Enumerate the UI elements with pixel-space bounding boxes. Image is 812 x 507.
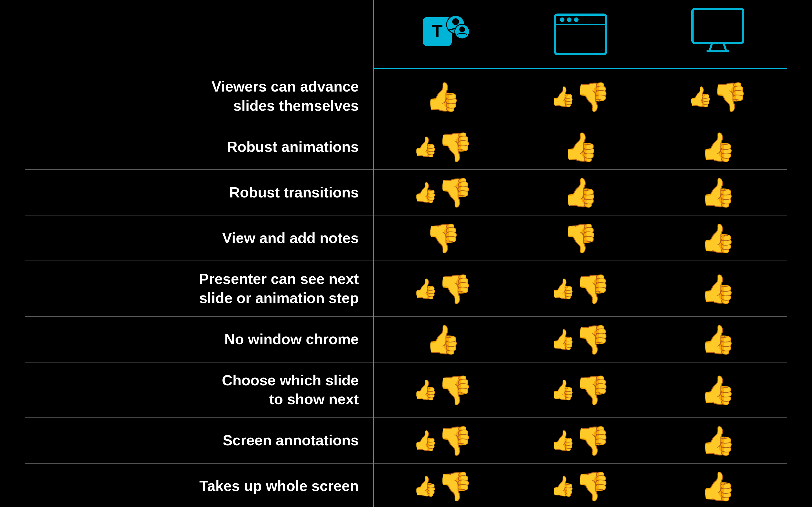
thumbs-up-icon: 👍 [425,325,461,353]
row-label: Robust transitions [26,170,373,215]
header-desktop [649,0,786,69]
mixed-icon: 👍👎 [551,427,610,455]
header-row: T [26,0,786,69]
table-row: Takes up whole screen 👍👎 👍👎 👍 [26,463,786,507]
mixed-icon: 👍👎 [551,275,610,303]
row-label: View and add notes [26,215,373,261]
browser-cell: 👍 [512,124,649,170]
table-body: Viewers can advanceslides themselves 👍 👍… [26,69,786,507]
mixed-icon: 👍👎 [551,82,610,111]
thumbs-up-icon: 👍 [425,82,461,111]
comparison-table-wrap: T [26,0,786,507]
thumbs-up-icon: 👍 [700,133,735,161]
row-label: Choose which slideto show next [26,362,373,418]
desktop-cell: 👍 [649,261,786,316]
thumbs-down-icon: 👎 [563,224,598,252]
row-label: Takes up whole screen [26,463,373,507]
comparison-table: T [26,0,786,507]
row-label: Robust animations [26,124,373,170]
teams-cell: 👍👎 [373,362,512,418]
header-browser [512,0,649,69]
teams-cell: 👍 [373,317,512,362]
thumbs-up-icon: 👍 [700,427,735,455]
browser-cell: 👍👎 [512,463,649,507]
mixed-icon: 👍👎 [688,82,748,111]
row-label: Screen annotations [26,418,373,463]
row-label: No window chrome [26,317,373,362]
thumbs-up-icon: 👍 [563,178,598,207]
desktop-cell: 👍👎 [649,69,786,124]
teams-cell: 👍👎 [373,463,512,507]
desktop-cell: 👍 [649,124,786,170]
table-row: Robust transitions 👍👎 👍 👍 [26,170,786,215]
thumbs-up-icon: 👍 [700,178,735,207]
thumbs-up-icon: 👍 [700,275,735,303]
browser-cell: 👎 [512,215,649,261]
svg-rect-11 [693,9,743,43]
table-row: No window chrome 👍 👍👎 👍 [26,317,786,362]
teams-cell: 👎 [373,215,512,261]
desktop-cell: 👍 [649,362,786,418]
svg-point-3 [452,18,459,25]
mixed-icon: 👍👎 [413,427,473,455]
teams-cell: 👍👎 [373,170,512,215]
browser-cell: 👍👎 [512,362,649,418]
thumbs-up-icon: 👍 [700,376,735,404]
row-label: Viewers can advanceslides themselves [26,69,373,124]
svg-line-12 [709,43,712,51]
browser-cell: 👍👎 [512,69,649,124]
svg-text:T: T [432,21,443,40]
teams-cell: 👍👎 [373,124,512,170]
thumbs-up-icon: 👍 [563,133,598,161]
header-teams: T [373,0,512,69]
teams-cell: 👍👎 [373,261,512,316]
mixed-icon: 👍👎 [413,275,473,303]
thumbs-up-icon: 👍 [700,472,735,500]
mixed-icon: 👍👎 [413,178,473,207]
mixed-icon: 👍👎 [551,325,610,353]
table-row: Choose which slideto show next 👍👎 👍👎 👍 [26,362,786,418]
mixed-icon: 👍👎 [413,472,473,500]
table-row: Robust animations 👍👎 👍 👍 [26,124,786,170]
desktop-cell: 👍 [649,215,786,261]
mixed-icon: 👍👎 [551,472,610,500]
thumbs-down-icon: 👎 [425,224,461,252]
table-row: Presenter can see nextslide or animation… [26,261,786,316]
svg-point-8 [560,17,564,22]
browser-cell: 👍👎 [512,317,649,362]
svg-line-13 [723,43,726,51]
table-row: Screen annotations 👍👎 👍👎 👍 [26,418,786,463]
teams-cell: 👍👎 [373,418,512,463]
thumbs-up-icon: 👍 [700,224,735,252]
mixed-icon: 👍👎 [413,376,473,404]
browser-cell: 👍👎 [512,261,649,316]
desktop-cell: 👍 [649,317,786,362]
desktop-cell: 👍 [649,418,786,463]
thumbs-up-icon: 👍 [700,325,735,353]
mixed-icon: 👍👎 [413,133,473,161]
header-empty [26,0,373,69]
desktop-cell: 👍 [649,463,786,507]
browser-cell: 👍 [512,170,649,215]
svg-point-10 [574,17,578,22]
row-label: Presenter can see nextslide or animation… [26,261,373,316]
table-row: Viewers can advanceslides themselves 👍 👍… [26,69,786,124]
desktop-cell: 👍 [649,170,786,215]
browser-cell: 👍👎 [512,418,649,463]
svg-point-5 [459,26,465,32]
table-row: View and add notes 👎 👎 👍 [26,215,786,261]
teams-cell: 👍 [373,69,512,124]
mixed-icon: 👍👎 [551,376,610,404]
svg-point-9 [567,17,571,22]
